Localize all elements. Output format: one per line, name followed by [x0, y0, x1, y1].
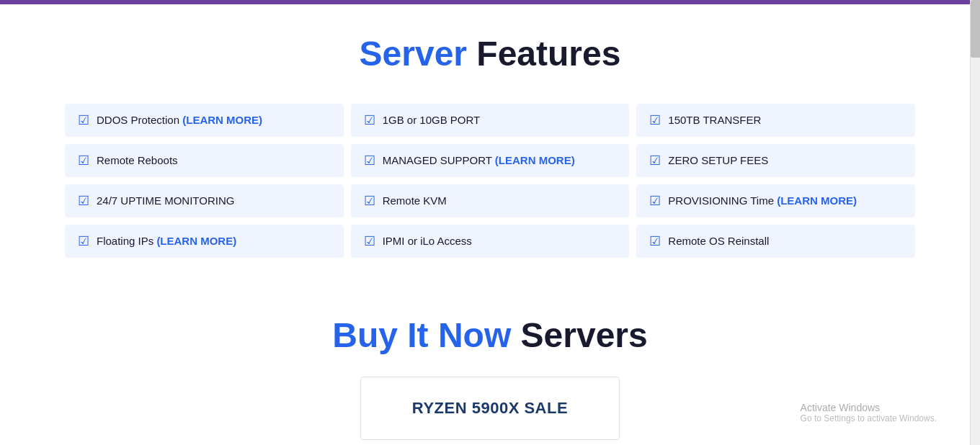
scrollbar-thumb[interactable]	[971, 0, 980, 58]
floating-ips-learn-more-link[interactable]: (LEARN MORE)	[156, 235, 236, 247]
feature-item-remote-reboots: ☑ Remote Reboots	[65, 144, 344, 177]
provisioning-learn-more-link[interactable]: (LEARN MORE)	[777, 194, 857, 207]
section-title: Server Features	[22, 33, 958, 75]
buy-now-normal: Servers	[511, 316, 648, 354]
check-icon: ☑	[364, 235, 375, 248]
title-normal: Features	[467, 35, 620, 73]
feature-text: DDOS Protection (LEARN MORE)	[97, 114, 262, 126]
check-icon: ☑	[649, 154, 661, 167]
check-icon: ☑	[364, 114, 375, 127]
check-icon: ☑	[364, 194, 375, 207]
check-icon: ☑	[78, 194, 89, 207]
feature-item-zero-setup: ☑ ZERO SETUP FEES	[636, 144, 915, 177]
feature-item-remote-os: ☑ Remote OS Reinstall	[636, 225, 915, 258]
check-icon: ☑	[649, 194, 661, 207]
feature-text: MANAGED SUPPORT (LEARN MORE)	[383, 154, 575, 166]
server-card-title: RYZEN 5900X SALE	[404, 399, 576, 418]
server-card-ryzen[interactable]: RYZEN 5900X SALE	[360, 377, 620, 440]
feature-item-floating-ips: ☑ Floating IPs (LEARN MORE)	[65, 225, 344, 258]
feature-text: Remote KVM	[383, 194, 447, 207]
check-icon: ☑	[364, 154, 375, 167]
feature-item-ipmi: ☑ IPMI or iLo Access	[351, 225, 630, 258]
feature-text: 1GB or 10GB PORT	[383, 114, 481, 126]
buy-now-highlight: Buy It Now	[332, 316, 511, 354]
windows-activation-subtitle: Go to Settings to activate Windows.	[801, 413, 937, 423]
title-highlight: Server	[360, 35, 467, 73]
feature-item-provisioning: ☑ PROVISIONING Time (LEARN MORE)	[636, 184, 915, 217]
managed-support-learn-more-link[interactable]: (LEARN MORE)	[495, 154, 575, 166]
scrollbar[interactable]	[970, 0, 980, 445]
check-icon: ☑	[649, 114, 661, 127]
buy-now-title: Buy It Now Servers	[22, 315, 958, 355]
feature-text: Floating IPs (LEARN MORE)	[97, 235, 236, 247]
ddos-learn-more-link[interactable]: (LEARN MORE)	[182, 114, 262, 126]
feature-item-managed-support: ☑ MANAGED SUPPORT (LEARN MORE)	[351, 144, 630, 177]
check-icon: ☑	[649, 235, 661, 248]
feature-text: 24/7 UPTIME MONITORING	[97, 194, 234, 207]
features-grid: ☑ DDOS Protection (LEARN MORE) ☑ 1GB or …	[65, 104, 915, 258]
feature-text: Remote Reboots	[97, 154, 178, 166]
check-icon: ☑	[78, 235, 89, 248]
feature-item-ddos: ☑ DDOS Protection (LEARN MORE)	[65, 104, 344, 137]
server-features-section: Server Features ☑ DDOS Protection (LEARN…	[22, 4, 958, 279]
feature-item-remote-kvm: ☑ Remote KVM	[351, 184, 630, 217]
check-icon: ☑	[78, 114, 89, 127]
feature-item-1gb-port: ☑ 1GB or 10GB PORT	[351, 104, 630, 137]
check-icon: ☑	[78, 154, 89, 167]
windows-activation-watermark: Activate Windows Go to Settings to activ…	[801, 402, 937, 423]
feature-text: IPMI or iLo Access	[383, 235, 472, 247]
feature-text: ZERO SETUP FEES	[668, 154, 768, 166]
feature-text: PROVISIONING Time (LEARN MORE)	[668, 194, 857, 207]
feature-item-150tb: ☑ 150TB TRANSFER	[636, 104, 915, 137]
feature-text: Remote OS Reinstall	[668, 235, 769, 247]
feature-text: 150TB TRANSFER	[668, 114, 761, 126]
windows-activation-title: Activate Windows	[801, 402, 937, 413]
feature-item-uptime: ☑ 24/7 UPTIME MONITORING	[65, 184, 344, 217]
